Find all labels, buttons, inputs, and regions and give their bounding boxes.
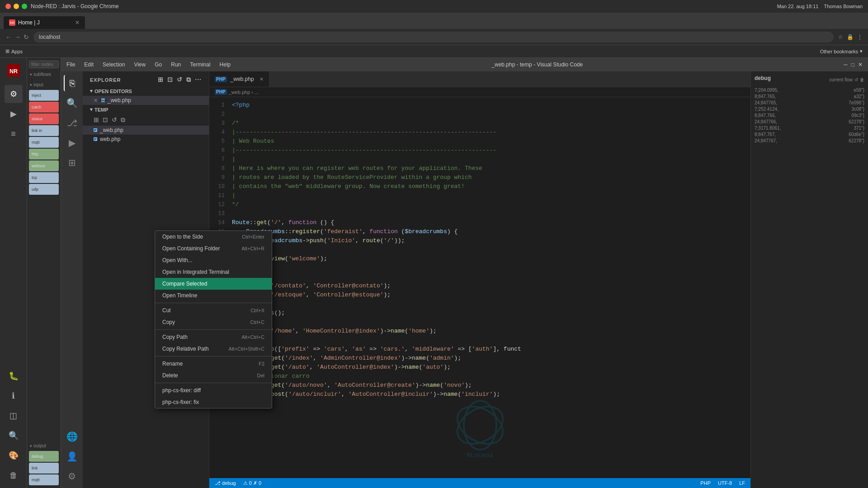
ctx-copy[interactable]: Copy Ctrl+C — [155, 316, 272, 328]
ctx-open-integrated-terminal[interactable]: Open in Integrated Terminal — [155, 266, 272, 278]
ctx-cut[interactable]: Cut Ctrl+X — [155, 305, 272, 316]
ctx-copy-relative-path[interactable]: Copy Relative Path Alt+Ctrl+Shift+C — [155, 343, 272, 355]
ctx-open-to-side[interactable]: Open to the Side Ctrl+Enter — [155, 231, 272, 243]
ctx-compare-selected[interactable]: Compare Selected — [155, 278, 272, 290]
context-menu: Open to the Side Ctrl+Enter Open Contain… — [155, 230, 272, 408]
ctx-delete[interactable]: Delete Del — [155, 370, 272, 381]
ctx-separator-1 — [155, 303, 272, 303]
ctx-separator-4 — [155, 383, 272, 383]
ctx-php-cs-fixer-fix[interactable]: php-cs-fixer: fix — [155, 396, 272, 408]
ctx-copy-path[interactable]: Copy Path Alt+Ctrl+C — [155, 331, 272, 343]
ctx-separator-2 — [155, 329, 272, 330]
ctx-open-timeline[interactable]: Open Timeline — [155, 290, 272, 301]
context-menu-overlay[interactable]: Open to the Side Ctrl+Enter Open Contain… — [0, 0, 868, 488]
ctx-php-cs-fixer-diff[interactable]: php-cs-fixer: diff — [155, 385, 272, 396]
ctx-open-with[interactable]: Open With... — [155, 254, 272, 266]
ctx-separator-3 — [155, 356, 272, 357]
ctx-rename[interactable]: Rename F2 — [155, 358, 272, 370]
ctx-open-containing-folder[interactable]: Open Containing Folder Alt+Ctrl+R — [155, 243, 272, 254]
